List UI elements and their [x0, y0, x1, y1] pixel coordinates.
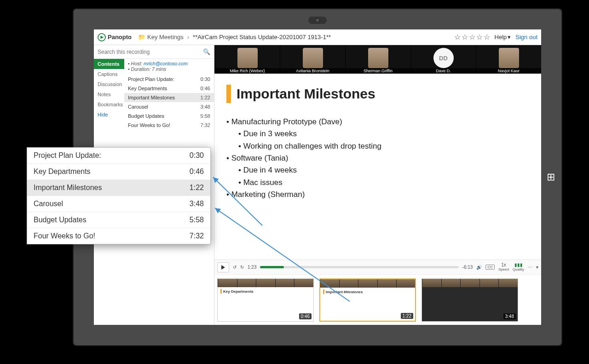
- popup-title: Important Milestones: [34, 184, 102, 192]
- thumb-time: 3:48: [503, 313, 516, 319]
- bullet: Due in 3 weeks: [238, 128, 529, 140]
- chapter-title: Budget Updates: [128, 113, 164, 119]
- more-menu-icon[interactable]: ⋯: [528, 265, 532, 270]
- tab-discussion[interactable]: Discussion: [94, 79, 124, 89]
- player-controls: ↺ ↻ 1:23 -6:13 🔊 CC 1x Speed ▮▮▮: [214, 260, 541, 274]
- popup-row[interactable]: Four Weeks to Go! 7:32: [27, 228, 210, 244]
- popup-time: 7:32: [190, 232, 204, 240]
- participant-name: Mike Rich (Webex): [215, 68, 280, 74]
- chapter-title: Important Milestones: [128, 95, 175, 100]
- participant-tile[interactable]: Avitania Bronstein: [280, 45, 345, 74]
- popup-row[interactable]: Key Departments 0:46: [27, 164, 210, 180]
- popup-row[interactable]: Carousel 3:48: [27, 196, 210, 212]
- bullet: Manufacturing Prototype (Dave): [226, 116, 529, 128]
- chapter-row[interactable]: Project Plan Update: 0:30: [124, 75, 214, 84]
- quality-label: Quality: [513, 268, 524, 272]
- star-icon[interactable]: ☆: [476, 33, 483, 41]
- popup-title: Budget Updates: [34, 216, 87, 224]
- avatar: [368, 48, 388, 68]
- tab-captions[interactable]: Captions: [94, 69, 124, 79]
- thumbnail[interactable]: 3:48: [422, 278, 518, 322]
- bullet: Mac issues: [238, 177, 529, 189]
- participant-gallery: Mike Rich (Webex) Avitania Bronstein She…: [214, 45, 541, 74]
- chapter-row[interactable]: Four Weeks to Go! 7:32: [124, 121, 214, 130]
- popup-time: 5:58: [190, 216, 204, 224]
- collapse-icon[interactable]: ▾: [536, 265, 538, 270]
- bullet: Software (Tania): [226, 152, 529, 164]
- speed-control[interactable]: 1x Speed: [498, 263, 509, 272]
- chapter-time: 5:58: [201, 113, 210, 119]
- rating-stars[interactable]: ☆ ☆ ☆ ☆ ☆: [454, 33, 490, 41]
- star-icon[interactable]: ☆: [484, 33, 490, 41]
- participant-tile[interactable]: Navjot Kaur: [476, 45, 541, 74]
- progress-bar[interactable]: [260, 266, 458, 268]
- participant-tile[interactable]: Mike Rich (Webex): [214, 45, 280, 74]
- host-link[interactable]: mrich@contoso.com: [144, 61, 188, 66]
- popup-row[interactable]: Important Milestones 1:22: [27, 180, 210, 196]
- thumb-time: 1:22: [401, 313, 413, 319]
- avatar: [237, 48, 258, 68]
- rewind-10-icon[interactable]: ↺: [233, 265, 237, 270]
- popup-title: Four Weeks to Go!: [34, 232, 95, 240]
- participant-name: Dave D.: [411, 68, 476, 74]
- breadcrumb-title: **AirCam Project Status Update-20201007 …: [193, 34, 331, 40]
- popup-title: Key Departments: [34, 168, 91, 176]
- chapter-time: 1:22: [201, 95, 210, 100]
- breadcrumb[interactable]: 📁 Key Meetings › **AirCam Project Status…: [138, 34, 331, 40]
- windows-logo[interactable]: ⊞: [547, 171, 555, 183]
- duration-label: Duration: 7 mins: [131, 66, 166, 72]
- svg-marker-2: [221, 265, 225, 270]
- slide-title: Important Milestones: [237, 86, 375, 102]
- help-menu[interactable]: Help ▾: [495, 34, 511, 40]
- topbar: Panopto 📁 Key Meetings › **AirCam Projec…: [94, 29, 541, 45]
- volume-icon[interactable]: 🔊: [476, 265, 482, 270]
- search-icon[interactable]: 🔍: [203, 48, 210, 55]
- chapter-title: Carousel: [128, 104, 148, 110]
- search-input[interactable]: [98, 49, 203, 55]
- main-content: Mike Rich (Webex) Avitania Bronstein She…: [214, 45, 541, 325]
- quality-control[interactable]: ▮▮▮ Quality: [513, 263, 524, 272]
- chapter-title: Project Plan Update:: [128, 76, 174, 82]
- play-button[interactable]: [217, 262, 229, 272]
- host-label: Host:: [131, 61, 143, 66]
- chapter-row[interactable]: Budget Updates 5:58: [124, 111, 214, 121]
- avatar-initials: DD: [433, 48, 454, 68]
- folder-icon: 📁: [138, 34, 145, 40]
- tab-bookmarks[interactable]: Bookmarks: [94, 99, 124, 110]
- search-bar[interactable]: 🔍: [94, 45, 214, 59]
- thumbnail[interactable]: Important Milestones 1:22: [319, 278, 416, 322]
- help-label: Help: [495, 34, 507, 40]
- popup-row[interactable]: Project Plan Update: 0:30: [27, 148, 210, 164]
- sign-out-link[interactable]: Sign out: [515, 34, 537, 40]
- tab-notes[interactable]: Notes: [94, 89, 124, 99]
- popup-title: Carousel: [34, 200, 63, 208]
- tab-contents[interactable]: Contents: [94, 59, 124, 69]
- chapter-row[interactable]: Key Departments 0:46: [124, 84, 214, 93]
- speed-label: Speed: [498, 268, 509, 272]
- participant-name: Navjot Kaur: [476, 68, 541, 74]
- contents-meta: • Host: mrich@contoso.com • Duration: 7 …: [124, 59, 214, 75]
- forward-10-icon[interactable]: ↻: [240, 265, 244, 270]
- slide-view: Important Milestones Manufacturing Proto…: [214, 74, 541, 260]
- breadcrumb-folder[interactable]: Key Meetings: [147, 34, 184, 40]
- captions-icon[interactable]: CC: [485, 265, 495, 270]
- chapter-row[interactable]: Carousel 3:48: [124, 102, 214, 111]
- star-icon[interactable]: ☆: [462, 33, 468, 41]
- participant-tile[interactable]: DD Dave D.: [410, 45, 476, 74]
- chapters-popup: Project Plan Update: 0:30 Key Department…: [27, 147, 211, 244]
- tablet-camera: [308, 17, 327, 24]
- chapter-title: Key Departments: [128, 86, 167, 91]
- participant-tile[interactable]: Sherman Griffin: [345, 45, 410, 74]
- popup-row[interactable]: Budget Updates 5:58: [27, 212, 210, 228]
- popup-time: 0:46: [190, 168, 204, 176]
- thumb-time: 0:46: [299, 313, 312, 319]
- slide-accent-bar: [226, 85, 231, 103]
- bullet: Working on challenges with drop testing: [238, 140, 529, 152]
- star-icon[interactable]: ☆: [454, 33, 461, 41]
- thumbnail[interactable]: Key Departments 0:46: [217, 278, 314, 322]
- quality-icon: ▮▮▮: [514, 263, 523, 267]
- star-icon[interactable]: ☆: [469, 33, 475, 41]
- chapter-row[interactable]: Important Milestones 1:22: [124, 93, 214, 102]
- app-logo[interactable]: Panopto: [98, 33, 132, 41]
- tab-hide[interactable]: Hide: [94, 110, 124, 120]
